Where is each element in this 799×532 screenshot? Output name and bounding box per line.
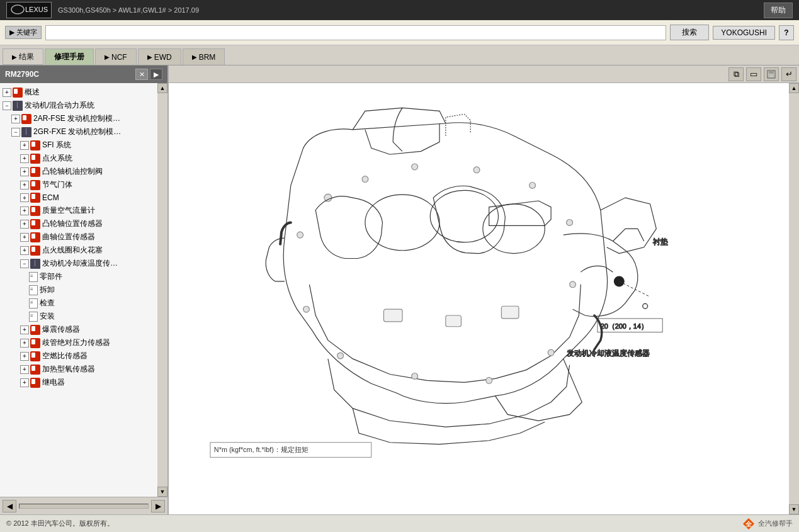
tab-result[interactable]: ▶ 结果 (3, 48, 43, 65)
search-bar: ▶ 关键字 搜索 YOKOGUSHI ? (0, 20, 799, 45)
content-scroll-up[interactable]: ▲ (789, 83, 799, 93)
sidebar-nav-scrollbar[interactable] (19, 504, 149, 509)
expand-icon-throttle[interactable]: + (20, 181, 29, 190)
sidebar-nav-right[interactable]: ▶ (151, 500, 165, 512)
red-icon-sfi (30, 140, 40, 150)
tree-item-o2[interactable]: + 加热型氧传感器 (0, 363, 167, 376)
copy-button[interactable]: ⧉ (728, 67, 744, 81)
expand-icon-ignition[interactable]: + (20, 154, 29, 163)
label-disassembly: 拆卸 (40, 285, 55, 295)
tab-manual[interactable]: 修理手册 (45, 48, 94, 65)
expand-icon-2ar[interactable]: + (11, 115, 20, 123)
expand-icon-afr[interactable]: + (20, 352, 29, 361)
tree-item-coil[interactable]: + 点火线圈和火花塞 (0, 244, 167, 257)
sidebar-expand-button[interactable]: ▶ (150, 69, 162, 80)
tree-item-ecm[interactable]: + ECM (0, 191, 167, 204)
tree-item-ckp[interactable]: + 曲轴位置传感器 (0, 230, 167, 244)
tree-item-disassembly[interactable]: 拆卸 (0, 283, 167, 297)
expand-icon-maf[interactable]: + (20, 207, 29, 215)
tree-item-maf[interactable]: + 质量空气流量计 (0, 204, 167, 217)
label-overview: 概述 (25, 87, 40, 98)
svg-point-18 (337, 353, 344, 359)
tab-bar: ▶ 结果 修理手册 ▶ NCF ▶ EWD ▶ BRM (0, 45, 799, 65)
tree-item-2ar[interactable]: + 2AR-FSE 发动机控制模… (0, 112, 167, 125)
red-icon-throttle (30, 180, 40, 190)
search-input[interactable] (45, 25, 666, 40)
tree-item-coolant[interactable]: － 发动机冷却液温度传… (0, 257, 167, 270)
yokogushi-button[interactable]: YOKOGUSHI (713, 26, 775, 40)
tree-item-relay[interactable]: + 继电器 (0, 376, 167, 389)
sidebar-scroll-track[interactable] (158, 93, 167, 487)
svg-point-10 (412, 164, 418, 170)
sidebar-scroll-down[interactable]: ▼ (157, 487, 167, 497)
svg-point-12 (530, 183, 536, 189)
expand-icon-o2[interactable]: + (20, 365, 29, 374)
tree-item-2gr[interactable]: － 2GR-FXE 发动机控制模… (0, 125, 167, 139)
tree-item-engine[interactable]: － 发动机/混合动力系统 (0, 99, 167, 112)
expand-icon-knock[interactable]: + (20, 325, 29, 334)
tab-ewd[interactable]: ▶ EWD (138, 48, 181, 65)
book-icon-2gr (21, 127, 31, 137)
sidebar-scroll-up[interactable]: ▲ (157, 83, 167, 93)
book-icon-coolant (30, 259, 40, 269)
tree-item-overview[interactable]: + 概述 (0, 86, 167, 99)
expand-icon-ecm[interactable]: + (20, 193, 29, 202)
label-afr: 空燃比传感器 (42, 351, 88, 361)
book-icon-engine (13, 101, 23, 111)
save-button[interactable] (764, 67, 779, 81)
content-toolbar: ⧉ ▭ ↵ (169, 65, 799, 83)
tree-item-parts[interactable]: 零部件 (0, 270, 167, 283)
label-camshaft: 凸轮轴机油控制阀 (42, 166, 103, 177)
brand-text: 全汽修帮手 (758, 519, 793, 528)
ncf-arrow: ▶ (105, 54, 110, 60)
sidebar-scrollbar[interactable]: ▲ ▼ (157, 83, 167, 497)
expand-icon-coil[interactable]: + (20, 246, 29, 255)
expand-icon-coolant[interactable]: － (20, 259, 29, 268)
tree-item-ignition[interactable]: + 点火系统 (0, 152, 167, 165)
svg-point-16 (486, 377, 492, 383)
sidebar-close-button[interactable]: ✕ (135, 69, 148, 80)
expand-icon-overview[interactable]: + (3, 88, 11, 97)
content-scroll-down[interactable]: ▼ (789, 504, 799, 514)
tree-item-camshaft[interactable]: + 凸轮轴机油控制阀 (0, 165, 167, 178)
expand-icon-engine[interactable]: － (3, 101, 11, 110)
minimize-button[interactable]: ▭ (746, 67, 761, 81)
breadcrumb: GS300h,GS450h > AWL1#,GWL1# > 2017.09 (58, 6, 199, 14)
tree-item-inspection[interactable]: 检查 (0, 297, 167, 310)
label-engine: 发动机/混合动力系统 (25, 100, 94, 111)
label-inspection: 检查 (40, 298, 55, 308)
label-ckp: 曲轴位置传感器 (42, 232, 95, 242)
tree-item-installation[interactable]: 安装 (0, 310, 167, 323)
svg-point-19 (303, 306, 310, 312)
red-icon-o2 (30, 365, 40, 375)
help-question-button[interactable]: ? (779, 25, 794, 40)
red-icon-2ar (21, 114, 31, 124)
content-scrollbar[interactable]: ▲ ▼ (789, 83, 799, 514)
tab-ncf[interactable]: ▶ NCF (95, 48, 137, 65)
help-button[interactable]: 帮助 (764, 3, 793, 18)
tree-item-afr[interactable]: + 空燃比传感器 (0, 349, 167, 363)
content-area: ⧉ ▭ ↵ (169, 65, 799, 514)
red-icon-afr (30, 351, 40, 361)
tab-brm[interactable]: ▶ BRM (183, 48, 225, 65)
tree-item-sfi[interactable]: + SFI 系统 (0, 139, 167, 152)
tree-item-map[interactable]: + 歧管绝对压力传感器 (0, 336, 167, 349)
expand-icon-ckp[interactable]: + (20, 233, 29, 242)
label-knock: 爆震传感器 (42, 324, 80, 335)
search-button[interactable]: 搜索 (670, 25, 709, 40)
expand-icon-map[interactable]: + (20, 339, 29, 348)
sidebar-nav-left[interactable]: ◀ (3, 500, 16, 512)
tree-item-knock[interactable]: + 爆震传感器 (0, 323, 167, 336)
expand-icon-cmp[interactable]: + (20, 220, 29, 229)
content-scroll-track[interactable] (790, 93, 798, 504)
expand-icon-relay[interactable]: + (20, 378, 29, 387)
tree-item-throttle[interactable]: + 节气门体 (0, 178, 167, 191)
logo-area: LEXUS GS300h,GS450h > AWL1#,GWL1# > 2017… (6, 2, 199, 18)
tree-item-cmp[interactable]: + 凸轮轴位置传感器 (0, 217, 167, 230)
enter-button[interactable]: ↵ (781, 67, 796, 81)
brand-area: 全 全汽修帮手 (742, 517, 793, 531)
expand-icon-sfi[interactable]: + (20, 141, 29, 150)
expand-icon-camshaft[interactable]: + (20, 167, 29, 176)
svg-text:N*m (kgf*cm, ft.*lbf)：规定扭矩: N*m (kgf*cm, ft.*lbf)：规定扭矩 (214, 446, 309, 453)
expand-icon-2gr[interactable]: － (11, 128, 20, 137)
